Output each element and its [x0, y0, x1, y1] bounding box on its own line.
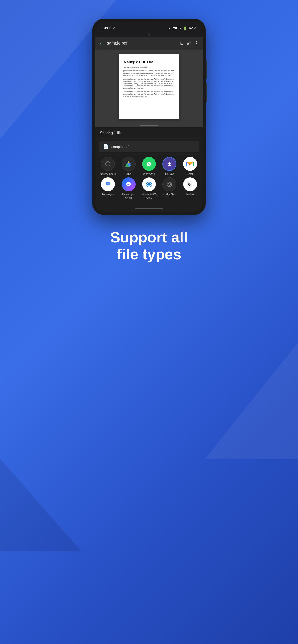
svg-point-23: [125, 180, 133, 188]
app-item-messages[interactable]: Messages: [99, 177, 117, 199]
app-item-whatsapp[interactable]: WhatsApp: [140, 157, 158, 176]
app-row-1: Nearby Share: [98, 157, 200, 176]
gmail-icon-wrapper: [183, 157, 197, 171]
file-saver-svg: [165, 160, 173, 168]
svg-point-20: [107, 183, 107, 184]
top-app-bar: ← sample.pdf ⊡ A+ ⋮: [95, 37, 203, 50]
top-bar-actions: ⊡ A+ ⋮: [180, 40, 199, 46]
ms365-svg: [145, 180, 153, 188]
notion-svg: N: [186, 180, 194, 188]
messenger-icon-wrapper: [122, 177, 136, 191]
pdf-viewer: A Simple PDF File This is a small demons…: [95, 50, 203, 124]
messenger-svg: [125, 180, 133, 188]
pdf-line-4: And more text. And more text. And more t…: [123, 91, 175, 97]
app-item-file-saver[interactable]: File Saver: [160, 157, 179, 176]
status-bar: 14:00 ✓ ▾ LTE ▲ 🔋 100%: [95, 22, 203, 33]
pdf-line-3: And more text. And more text. And more t…: [123, 78, 175, 89]
whatsapp-icon-wrapper: [142, 157, 156, 171]
file-saver-icon-wrapper: [162, 157, 176, 171]
svg-point-22: [109, 183, 109, 184]
app-grid: Nearby Share: [95, 155, 203, 206]
pdf-body: This is a small demonstration .pdf file …: [123, 66, 175, 97]
app-item-notion[interactable]: N Notion: [181, 177, 199, 199]
svg-point-25: [146, 182, 152, 187]
share-file-row: 📄 sample.pdf: [99, 141, 199, 152]
scroll-indicator: [95, 124, 203, 127]
notification-icon: ✓: [113, 27, 115, 30]
app-item-nearby-share-2[interactable]: Nearby Share: [160, 177, 179, 199]
gmail-label: Gmail: [187, 172, 193, 176]
drive-icon-wrapper: [122, 157, 136, 171]
svg-rect-35: [188, 182, 191, 182]
share-header: Sharing 1 file: [95, 127, 203, 138]
pdf-page: A Simple PDF File This is a small demons…: [119, 54, 179, 119]
tagline-line1: Support all: [110, 229, 188, 246]
nearby-share-1-label: Nearby Share: [100, 172, 116, 176]
camera-dot: [148, 33, 150, 36]
svg-line-31: [170, 183, 171, 184]
nearby-share-2-svg: [166, 180, 173, 188]
pdf-line-1: This is a small demonstration .pdf file …: [123, 66, 175, 68]
tagline-line2: file types: [117, 246, 181, 263]
notion-label: Notion: [186, 193, 194, 196]
file-name-label: sample.pdf: [111, 145, 128, 148]
nearby-share-2-label: Nearby Share: [162, 193, 177, 196]
messages-svg: [104, 180, 112, 188]
app-item-nearby-share-1[interactable]: Nearby Share: [99, 157, 117, 176]
app-item-messenger[interactable]: Messenger Chats: [119, 177, 138, 199]
share-title: Sharing 1 file: [100, 131, 122, 135]
drive-label: Drive: [126, 172, 132, 176]
pdf-line-2: just for use in the Virtual Mechanics tu…: [123, 70, 175, 76]
svg-rect-18: [193, 162, 194, 166]
nearby-share-2-icon-wrapper: [162, 177, 176, 191]
status-time: 14:00 ✓: [102, 26, 115, 30]
whatsapp-svg: [145, 160, 153, 168]
svg-point-21: [108, 183, 108, 184]
back-button[interactable]: ←: [99, 40, 104, 46]
signal-bars-icon: ▲: [178, 26, 182, 30]
time-display: 14:00: [102, 26, 111, 30]
messenger-label: Messenger Chats: [119, 193, 138, 199]
scroll-bar: [140, 125, 158, 126]
svg-rect-13: [168, 165, 171, 166]
more-options-icon[interactable]: ⋮: [194, 40, 199, 46]
app-item-drive[interactable]: Drive: [119, 157, 138, 176]
messages-icon-wrapper: [101, 177, 115, 191]
app-item-gmail[interactable]: Gmail: [181, 157, 199, 176]
ms365-icon-wrapper: [142, 177, 156, 191]
file-saver-label: File Saver: [164, 172, 175, 176]
messages-label: Messages: [102, 193, 114, 196]
nearby-share-1-icon: [101, 157, 115, 171]
pdf-title: A Simple PDF File: [123, 60, 175, 64]
status-icons: ▾ LTE ▲ 🔋 100%: [168, 26, 196, 30]
home-bar: [135, 208, 163, 209]
ms365-label: Microsoft 365 (Offi...: [140, 193, 158, 199]
file-doc-icon: 📄: [103, 144, 109, 149]
search-pdf-icon[interactable]: ⊡: [180, 40, 184, 46]
drive-svg: [124, 160, 133, 168]
camera-area: [95, 33, 203, 37]
ms365-dropdown-icon: ▼: [152, 171, 154, 174]
app-row-2: Messages: [98, 177, 200, 199]
share-sheet: Sharing 1 file 📄 sample.pdf: [95, 127, 203, 212]
file-title: sample.pdf: [107, 41, 177, 46]
svg-rect-17: [186, 162, 187, 166]
notion-icon-wrapper: N: [183, 177, 197, 191]
wifi-icon: ▾: [168, 26, 170, 30]
gmail-svg: [186, 161, 194, 167]
lte-label: LTE: [171, 27, 177, 30]
app-item-ms365[interactable]: Microsoft 365 (Offi... ▼: [140, 177, 158, 199]
svg-text:N: N: [187, 183, 190, 187]
tagline: Support all file types: [92, 229, 206, 282]
font-size-icon[interactable]: A+: [187, 41, 191, 46]
nearby-share-svg: [104, 160, 112, 168]
svg-line-3: [109, 162, 109, 163]
battery-percent: 100%: [188, 27, 196, 30]
battery-icon: 🔋: [183, 26, 187, 30]
phone-inner: 14:00 ✓ ▾ LTE ▲ 🔋 100% ← sample.pdf: [95, 22, 203, 212]
phone-shell: 14:00 ✓ ▾ LTE ▲ 🔋 100% ← sample.pdf: [92, 18, 206, 215]
home-indicator: [95, 206, 203, 212]
